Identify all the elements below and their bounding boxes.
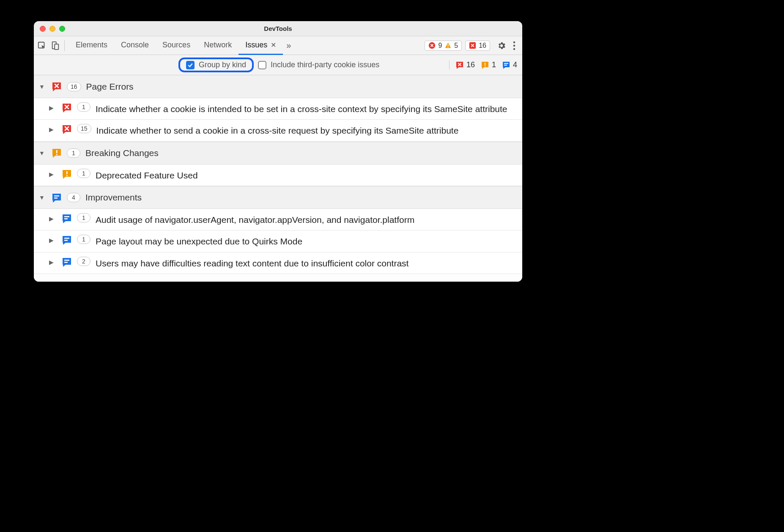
- issues-toolbar: Group by kind Include third-party cookie…: [34, 55, 522, 75]
- console-status-chip[interactable]: 9 5: [425, 41, 462, 51]
- issue-count-pill: 1: [77, 169, 90, 178]
- toolbar-info-count: 4: [502, 60, 517, 69]
- info-speech-icon: [52, 193, 62, 203]
- toolbar-error-count: 16: [455, 60, 475, 69]
- toolbar-warning-count: 1: [481, 60, 496, 69]
- svg-point-7: [513, 41, 515, 43]
- issue-title: Page layout may be unexpected due to Qui…: [96, 235, 517, 247]
- toolbar-counts: 16 1 4: [449, 60, 517, 69]
- svg-point-9: [513, 48, 515, 49]
- warning-speech-icon: [481, 61, 489, 69]
- more-options-icon[interactable]: [510, 41, 519, 50]
- issues-list: ▼ 16 Page Errors ▶ 1 Indicate whether a …: [34, 75, 522, 274]
- more-tabs-icon[interactable]: »: [283, 41, 294, 50]
- issue-title: Users may have difficulties reading text…: [96, 257, 517, 269]
- issue-row[interactable]: ▶ 15 Indicate whether to send a cookie i…: [34, 120, 522, 141]
- issue-count-pill: 2: [77, 257, 90, 266]
- svg-rect-2: [55, 44, 58, 49]
- issues-status-chip[interactable]: 16: [465, 41, 490, 51]
- issue-count-pill: 1: [77, 213, 90, 222]
- issue-row[interactable]: ▶ 1 Indicate whether a cookie is intende…: [34, 98, 522, 120]
- error-icon: [428, 42, 436, 49]
- titlebar: DevTools: [34, 21, 522, 36]
- error-speech-icon: [62, 103, 72, 113]
- warning-speech-icon: [62, 169, 72, 179]
- issues-count: 16: [479, 42, 486, 49]
- group-by-kind-label: Group by kind: [199, 60, 246, 69]
- tab-label: Elements: [76, 41, 107, 49]
- warning-count: 5: [454, 42, 458, 49]
- svg-rect-10: [485, 63, 485, 65]
- svg-rect-11: [485, 66, 485, 66]
- toggle-device-icon[interactable]: [51, 41, 60, 50]
- tab-elements[interactable]: Elements: [69, 36, 114, 55]
- info-speech-icon: [62, 257, 72, 267]
- error-badge-icon: [469, 42, 476, 49]
- chevron-right-icon: ▶: [49, 235, 57, 246]
- group-count-pill: 1: [67, 148, 80, 158]
- error-speech-icon: [62, 124, 72, 134]
- group-title: Breaking Changes: [85, 148, 159, 158]
- chevron-right-icon: ▶: [49, 213, 57, 224]
- group-header[interactable]: ▼ 16 Page Errors: [34, 75, 522, 98]
- close-tab-icon[interactable]: ✕: [271, 41, 276, 49]
- tab-label: Network: [204, 41, 232, 49]
- tab-label: Issues: [245, 41, 267, 49]
- group-count-pill: 16: [67, 82, 81, 91]
- error-speech-icon: [455, 61, 464, 69]
- settings-icon[interactable]: [493, 41, 510, 50]
- group-count-pill: 4: [67, 193, 80, 202]
- chevron-right-icon: ▶: [49, 169, 57, 180]
- tab-strip: Elements Console Sources Network Issues …: [34, 36, 522, 55]
- issue-count-pill: 1: [77, 235, 90, 244]
- info-speech-icon: [62, 214, 72, 224]
- svg-rect-5: [448, 47, 449, 47]
- issue-title: Deprecated Feature Used: [96, 169, 517, 181]
- group-title: Page Errors: [86, 82, 134, 92]
- error-count: 9: [438, 42, 442, 49]
- error-speech-icon: [52, 82, 62, 92]
- include-third-party-checkbox[interactable]: [258, 61, 266, 69]
- chevron-right-icon: ▶: [49, 257, 57, 268]
- inspect-element-icon[interactable]: [37, 41, 47, 50]
- svg-rect-12: [504, 63, 508, 64]
- issue-row[interactable]: ▶ 1 Page layout may be unexpected due to…: [34, 230, 522, 252]
- svg-point-8: [513, 44, 515, 46]
- issue-title: Audit usage of navigator.userAgent, navi…: [96, 213, 517, 226]
- chevron-down-icon: ▼: [39, 81, 47, 92]
- tab-sources[interactable]: Sources: [156, 36, 197, 55]
- tab-issues[interactable]: Issues ✕: [238, 36, 283, 55]
- devtools-window: DevTools Elements Console Sources Networ…: [34, 21, 522, 282]
- group-title: Improvements: [85, 192, 142, 203]
- group-header[interactable]: ▼ 4 Improvements: [34, 186, 522, 209]
- chevron-down-icon: ▼: [39, 148, 47, 159]
- issue-count-pill: 15: [77, 124, 91, 133]
- group-header[interactable]: ▼ 1 Breaking Changes: [34, 142, 522, 165]
- group-by-kind-checkbox[interactable]: [186, 61, 195, 69]
- warning-icon: [444, 42, 452, 49]
- tab-console[interactable]: Console: [114, 36, 156, 55]
- issue-title: Indicate whether to send a cookie in a c…: [96, 124, 517, 137]
- chevron-right-icon: ▶: [49, 102, 57, 113]
- info-speech-icon: [62, 235, 72, 245]
- tab-label: Sources: [162, 41, 190, 49]
- tab-label: Console: [121, 41, 149, 49]
- issue-count-pill: 1: [77, 102, 90, 112]
- svg-rect-4: [448, 44, 449, 46]
- issue-row[interactable]: ▶ 2 Users may have difficulties reading …: [34, 252, 522, 274]
- issue-row[interactable]: ▶ 1 Deprecated Feature Used: [34, 165, 522, 186]
- chevron-right-icon: ▶: [49, 124, 57, 135]
- chevron-down-icon: ▼: [39, 192, 47, 203]
- window-title: DevTools: [34, 25, 522, 32]
- include-third-party-label: Include third-party cookie issues: [271, 60, 379, 69]
- issue-title: Indicate whether a cookie is intended to…: [96, 102, 517, 115]
- issue-row[interactable]: ▶ 1 Audit usage of navigator.userAgent, …: [34, 209, 522, 230]
- info-speech-icon: [502, 61, 510, 69]
- svg-rect-13: [504, 65, 507, 66]
- separator: [64, 40, 65, 51]
- warning-speech-icon: [52, 148, 62, 158]
- tab-network[interactable]: Network: [197, 36, 238, 55]
- group-by-kind-highlight: Group by kind: [178, 58, 254, 72]
